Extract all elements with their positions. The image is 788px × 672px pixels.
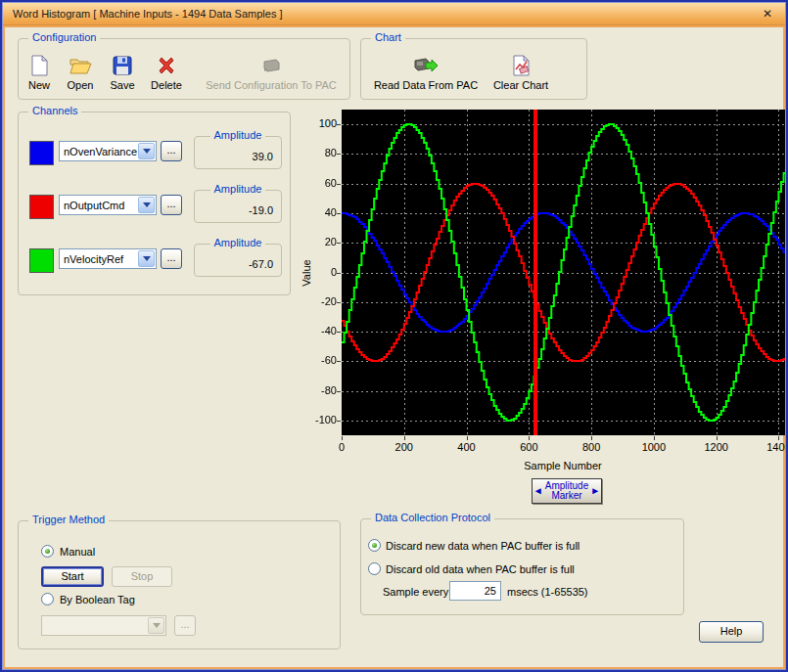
- channel2-amplitude-box: Amplitude -19.0: [194, 190, 282, 223]
- close-icon[interactable]: ✕: [760, 6, 775, 22]
- x-axis-title: Sample Number: [524, 460, 601, 471]
- send-configuration-button[interactable]: Send Configuration To PAC: [198, 54, 345, 91]
- discard-old-radio-label[interactable]: Discard old data when PAC buffer is full: [386, 563, 575, 575]
- x-tick-mark: [342, 436, 343, 440]
- channel1-tag-combobox[interactable]: nOvenVariance: [59, 141, 157, 161]
- y-tick-mark: [337, 184, 341, 185]
- chevron-down-icon[interactable]: [138, 250, 155, 267]
- amplitude-marker-button[interactable]: ◄ AmplitudeMarker ►: [532, 478, 602, 504]
- data-collection-group-label: Data Collection Protocol: [371, 512, 494, 523]
- read-data-button[interactable]: Read Data From PAC: [372, 54, 480, 91]
- x-tick-mark: [778, 436, 779, 440]
- read-data-pac-icon: [372, 54, 480, 77]
- y-tick-mark: [337, 243, 341, 244]
- clear-chart-icon: [487, 54, 554, 77]
- y-tick-label: 60: [292, 177, 337, 189]
- y-tick-label: 80: [292, 147, 337, 158]
- manual-radio-label[interactable]: Manual: [60, 546, 95, 558]
- x-tick-mark: [529, 436, 530, 440]
- channel2-color-swatch: [29, 195, 54, 219]
- delete-x-icon: [145, 54, 188, 77]
- channels-group-label: Channels: [28, 105, 81, 116]
- channel2-tag-value: nOutputCmd: [60, 200, 137, 211]
- channel1-amplitude-value: 39.0: [253, 151, 273, 162]
- channel1-color-swatch: [29, 141, 54, 165]
- sample-interval-input[interactable]: [449, 581, 501, 601]
- channel1-browse-button[interactable]: ...: [161, 141, 182, 161]
- y-tick-mark: [337, 391, 341, 392]
- waveform-chart[interactable]: [342, 110, 788, 435]
- x-tick-mark: [654, 436, 655, 440]
- discard-new-radio[interactable]: [368, 539, 381, 552]
- channel3-amplitude-box: Amplitude -67.0: [194, 244, 282, 277]
- msecs-range-label: msecs (1-65535): [507, 586, 588, 598]
- channel1-tag-value: nOvenVariance: [60, 146, 137, 157]
- trigger-method-group-label: Trigger Method: [28, 514, 109, 525]
- app-window: Word Histogram [ Machine Inputs - 1494 D…: [0, 0, 788, 672]
- y-tick-label: -40: [292, 325, 337, 336]
- chevron-down-icon[interactable]: [138, 197, 155, 213]
- chart-tools-group-label: Chart: [371, 31, 405, 43]
- configuration-group-label: Configuration: [28, 31, 100, 43]
- channel3-browse-button[interactable]: ...: [161, 248, 182, 269]
- channel3-tag-value: nVelocityRef: [60, 253, 137, 265]
- y-tick-mark: [337, 302, 341, 303]
- clear-chart-button[interactable]: Clear Chart: [487, 54, 554, 91]
- discard-new-radio-label[interactable]: Discard new data when PAC buffer is full: [386, 540, 579, 552]
- y-tick-label: 100: [292, 117, 337, 129]
- y-tick-label: -100: [292, 414, 337, 426]
- channel2-amplitude-label: Amplitude: [210, 183, 266, 195]
- new-button-label: New: [18, 79, 61, 91]
- boolean-tag-combobox[interactable]: [41, 615, 166, 636]
- y-tick-mark: [337, 332, 341, 333]
- channel3-color-swatch: [29, 248, 54, 273]
- send-configuration-label: Send Configuration To PAC: [198, 79, 345, 91]
- y-tick-label: -60: [292, 354, 337, 366]
- y-tick-mark: [337, 361, 341, 362]
- y-tick-label: -80: [292, 384, 337, 396]
- y-tick-mark: [337, 213, 341, 214]
- boolean-tag-browse-button[interactable]: ...: [174, 615, 196, 636]
- open-button[interactable]: Open: [61, 54, 100, 91]
- boolean-tag-radio[interactable]: [41, 593, 54, 605]
- x-tick-label: 400: [447, 441, 487, 453]
- x-tick-label: 600: [509, 441, 548, 453]
- marker-left-arrow-icon[interactable]: ◄: [533, 486, 543, 496]
- channel3-tag-combobox[interactable]: nVelocityRef: [59, 248, 157, 269]
- x-tick-label: 200: [385, 441, 424, 453]
- stop-button[interactable]: Stop: [112, 566, 172, 587]
- discard-old-radio[interactable]: [368, 562, 381, 575]
- marker-right-arrow-icon[interactable]: ►: [590, 486, 600, 496]
- y-tick-mark: [337, 154, 341, 155]
- new-button[interactable]: New: [18, 54, 61, 91]
- open-folder-icon: [61, 54, 100, 77]
- channel2-tag-combobox[interactable]: nOutputCmd: [59, 195, 157, 215]
- channel3-amplitude-value: -67.0: [249, 258, 273, 270]
- x-tick-label: 1400: [759, 441, 788, 453]
- chevron-down-icon: [148, 617, 164, 634]
- sample-every-label: Sample every: [383, 586, 448, 598]
- channel2-amplitude-value: -19.0: [249, 204, 273, 216]
- channel2-browse-button[interactable]: ...: [161, 195, 182, 215]
- delete-button[interactable]: Delete: [145, 54, 188, 91]
- manual-radio[interactable]: [41, 545, 54, 558]
- y-tick-label: 20: [292, 236, 337, 247]
- window-title: Word Histogram [ Machine Inputs - 1494 D…: [13, 8, 760, 20]
- open-button-label: Open: [61, 79, 100, 91]
- channel1-amplitude-box: Amplitude 39.0: [194, 136, 282, 169]
- help-button[interactable]: Help: [699, 621, 764, 643]
- y-tick-label: 0: [292, 266, 337, 278]
- delete-button-label: Delete: [145, 79, 188, 91]
- chevron-down-icon[interactable]: [138, 143, 155, 159]
- x-tick-mark: [467, 436, 468, 440]
- new-document-icon: [18, 54, 61, 77]
- save-button[interactable]: Save: [103, 54, 142, 91]
- start-button[interactable]: Start: [41, 566, 104, 587]
- send-config-pac-icon: [198, 54, 345, 77]
- clear-chart-label: Clear Chart: [487, 79, 554, 91]
- amplitude-marker-label: AmplitudeMarker: [545, 481, 588, 501]
- y-tick-mark: [337, 273, 341, 274]
- boolean-tag-radio-label[interactable]: By Boolean Tag: [60, 594, 135, 605]
- save-button-label: Save: [103, 79, 142, 91]
- y-tick-mark: [337, 124, 341, 125]
